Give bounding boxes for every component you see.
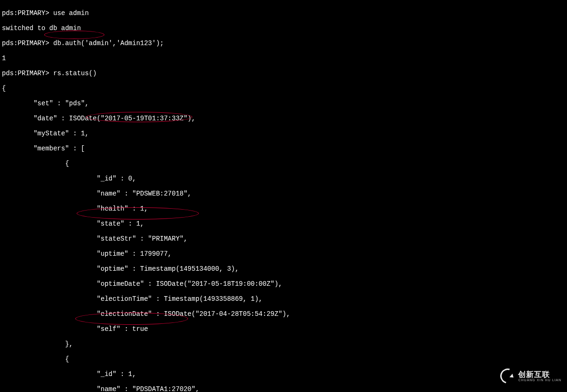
command-use-admin: use admin <box>53 9 89 17</box>
output-member0-id: "_id" : 0, <box>2 175 565 182</box>
command-rs-status: rs.status() <box>53 70 96 77</box>
output-member0-open: { <box>2 160 565 167</box>
output-switched: switched to db admin <box>2 24 565 32</box>
terminal-output[interactable]: pds:PRIMARY> use admin switched to db ad… <box>2 2 565 392</box>
output-member0-uptime: "uptime" : 1799077, <box>2 250 565 258</box>
output-members: "members" : [ <box>2 145 565 152</box>
output-member0-statestr: "stateStr" : "PRIMARY", <box>2 235 565 243</box>
output-member0-electiondate: "electionDate" : ISODate("2017-04-28T05:… <box>2 310 565 318</box>
prompt: pds:PRIMARY> <box>2 70 49 77</box>
output-member0-close: }, <box>2 340 565 348</box>
prompt: pds:PRIMARY> <box>2 9 49 17</box>
watermark-main-text: 创新互联 <box>518 371 561 378</box>
output-member0-self: "self" : true <box>2 325 565 333</box>
prompt: pds:PRIMARY> <box>2 39 49 47</box>
watermark: 创新互联 CHUANG XIN HU LIAN <box>500 368 561 384</box>
output-member0-optime: "optime" : Timestamp(1495134000, 3), <box>2 265 565 273</box>
command-auth: db.auth('admin','Admin123'); <box>53 39 164 47</box>
output-member0-health: "health" : 1, <box>2 205 565 212</box>
output-member0-state: "state" : 1, <box>2 220 565 227</box>
output-member1-id: "_id" : 1, <box>2 370 565 378</box>
output-set: "set" : "pds", <box>2 100 565 107</box>
output-member0-electiontime: "electionTime" : Timestamp(1493358869, 1… <box>2 295 565 303</box>
watermark-logo-icon <box>500 368 515 384</box>
output-open-brace: { <box>2 85 565 92</box>
output-date: "date" : ISODate("2017-05-19T01:37:33Z")… <box>2 115 565 122</box>
output-member1-open: { <box>2 355 565 363</box>
output-auth-result: 1 <box>2 55 565 62</box>
prompt-line-1: pds:PRIMARY> use admin <box>2 9 565 17</box>
output-mystate: "myState" : 1, <box>2 130 565 137</box>
watermark-text: 创新互联 CHUANG XIN HU LIAN <box>518 371 561 382</box>
prompt-line-3: pds:PRIMARY> rs.status() <box>2 70 565 77</box>
prompt-line-2: pds:PRIMARY> db.auth('admin','Admin123')… <box>2 39 565 47</box>
output-member0-optimedate: "optimeDate" : ISODate("2017-05-18T19:00… <box>2 280 565 288</box>
watermark-sub-text: CHUANG XIN HU LIAN <box>518 378 561 382</box>
output-member0-name: "name" : "PDSWEB:27018", <box>2 190 565 197</box>
output-member1-name: "name" : "PDSDATA1:27020", <box>2 385 565 392</box>
